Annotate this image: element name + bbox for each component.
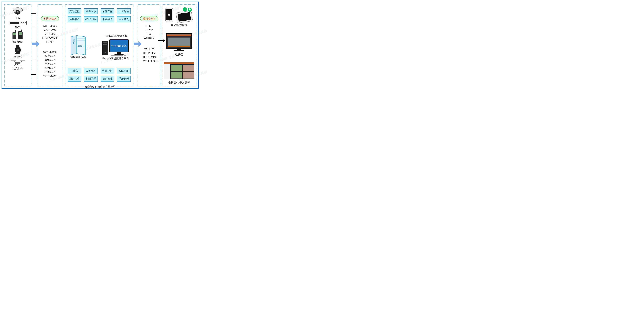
device-label: 智能终端 [12,40,23,44]
svg-rect-42 [111,55,123,56]
stream-proto: WebRTC [138,36,160,40]
svg-point-17 [16,49,19,51]
svg-rect-14 [21,30,22,32]
protocol-item: JT/T 808 [38,32,62,36]
panel-devices: IPC NVR [4,4,31,86]
panel-clients: 旭帆科技 移动端/微信端 [162,4,196,86]
nvr-icon [9,20,27,26]
sdk-item: 宇视SDK [38,62,62,66]
bus-tick [31,13,36,14]
svg-rect-10 [13,33,16,35]
feature-tile: 平台级联 [100,16,114,22]
protocol-item: RTSP/ONVIF [38,36,62,40]
stream-proto: WS-FMP4 [138,59,160,63]
sdk-item: 萤石云SDK [38,74,62,78]
svg-text:旭帆科技: 旭帆科技 [78,45,84,47]
pill-ingest: 多协议接入 [41,16,59,21]
svg-rect-30 [78,40,84,41]
video-wall-icon [164,62,194,80]
protocol-item: RTMP [38,40,62,44]
svg-text:TSINGSEE青犀视频: TSINGSEE青犀视频 [112,45,126,47]
pc-label: EasyCVR视频融合平台 [102,57,129,60]
media-server: 旭帆科技 旭帆科技 流媒体服务器 [70,36,86,59]
svg-rect-63 [164,64,170,79]
device-nvr: NVR [9,20,27,29]
stream-proto: WS-FLV [138,47,160,51]
device-label: NVR [15,26,20,29]
client-label: 电视墙/电子大屏等 [168,81,190,84]
stream-proto: RTSP [138,24,160,28]
svg-rect-62 [164,62,194,64]
stream-proto: RTMP [138,28,160,32]
company-footer: 安徽旭帆科技信息有限公司 [84,85,116,89]
feature-tile: 语音对讲 [117,8,131,15]
svg-rect-26 [17,64,18,65]
feature-tile: 告警上报 [100,68,114,74]
svg-rect-45 [166,10,172,20]
walkie-talkie-icon [11,30,25,40]
client-pc: 电脑端 [165,33,193,56]
svg-rect-64 [171,65,182,71]
dist-group-a: RTSP RTMP HLS WebRTC [138,24,160,40]
sdk-item: 海康Ehome [38,50,62,54]
svg-point-6 [21,22,22,23]
device-ptzball: 布控球 [13,44,22,58]
protocol-item: GB/T 28181 [38,24,62,28]
feature-tile: 状态监测 [100,76,114,82]
svg-point-43 [124,55,126,56]
svg-rect-60 [174,50,184,51]
svg-point-3 [17,11,18,12]
svg-rect-69 [183,72,194,79]
svg-point-7 [23,22,24,23]
feature-tile: 权限管理 [84,76,98,82]
feature-tile: 多屏播放 [68,16,81,22]
svg-point-36 [104,52,106,53]
svg-line-25 [20,64,21,66]
svg-rect-66 [171,72,182,79]
feature-tile: GIS地图 [117,68,131,74]
server-label: 流媒体服务器 [70,55,86,59]
svg-rect-11 [15,30,16,33]
stream-proto: HTTP-FLV [138,51,160,55]
device-label: 无人机等 [12,67,23,70]
svg-rect-58 [168,46,190,47]
pc-brand: TSINGSEE青犀视频 [102,34,129,38]
sdk-item: 华为SDK [38,66,62,70]
svg-rect-41 [114,54,124,55]
svg-rect-29 [78,38,84,39]
sdk-item: 乐橙SDK [38,70,62,74]
feature-tile: 系统运维 [117,76,131,82]
protocol-standards: GB/T 28181 GA/T 1400 JT/T 808 RTSP/ONVIF… [38,24,62,44]
svg-rect-5 [10,22,19,24]
feature-tile: 录像存储 [100,8,114,15]
svg-point-50 [183,7,187,12]
platform-midrow: 旭帆科技 旭帆科技 流媒体服务器 TSINGSEE青犀视频 TSING [65,32,133,61]
svg-point-52 [185,9,186,10]
client-label: 电脑端 [175,53,183,56]
bus-tick [31,74,36,75]
protocol-sdks: 海康Ehome 海康SDK 大华SDK 宇视SDK 华为SDK 乐橙SDK 萤石… [38,50,62,78]
feature-tile: 录像回放 [84,8,98,15]
device-drone: 无人机等 [10,59,26,70]
dist-group-b: WS-FLV HTTP-FLV HTTP-FMP4 WS-FMP4 [138,47,160,63]
svg-point-8 [25,22,26,23]
sdk-item: 海康SDK [38,54,62,58]
monitor-icon [165,33,193,52]
client-videowall: 电视墙/电子大屏等 [164,62,194,84]
svg-rect-35 [103,44,107,45]
desktop-pc-icon: TSINGSEE青犀视频 [102,38,129,56]
stream-proto: HLS [138,32,160,36]
feature-tiles-top: 实时监控 录像回放 录像存储 语音对讲 多屏播放 可视化展示 平台级联 云台控制 [68,8,131,22]
svg-rect-68 [183,65,194,71]
svg-rect-13 [19,32,22,35]
device-terminal: 智能终端 [11,30,25,44]
svg-point-51 [184,9,184,10]
bus-tick [31,59,36,59]
arrow-server-to-pc [87,46,104,46]
pill-distribute: 视频流分发 [140,16,158,21]
server-tower-icon: 旭帆科技 旭帆科技 [70,36,86,55]
svg-rect-57 [168,38,190,47]
stream-proto: HTTP-FMP4 [138,55,160,59]
panel-protocols: 多协议接入 GB/T 28181 GA/T 1400 JT/T 808 RTSP… [38,4,62,86]
panel-distribution: 视频流分发 RTSP RTMP HLS WebRTC WS-FLV HTTP-F… [138,4,160,86]
